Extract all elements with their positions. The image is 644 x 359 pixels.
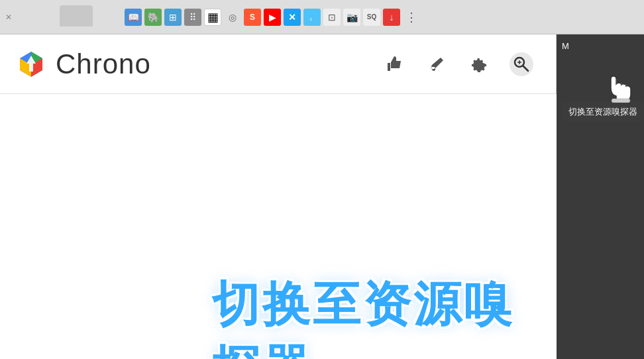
compass-extension-icon[interactable]: ◎ <box>224 9 241 26</box>
x-extension-icon[interactable]: ✕ <box>284 9 301 26</box>
camera-extension-icon[interactable]: 📷 <box>343 9 360 26</box>
right-panel-label: M <box>557 34 644 58</box>
scribd-extension-icon[interactable]: S <box>244 9 261 26</box>
settings-button[interactable] <box>467 52 491 76</box>
grid-extension-icon[interactable]: ⊞ <box>164 9 182 26</box>
like-button[interactable] <box>382 52 406 76</box>
sq-extension-icon[interactable]: SQ <box>363 9 380 26</box>
header-action-icons <box>382 52 533 76</box>
qr-extension-icon[interactable]: ▦ <box>204 9 221 26</box>
svg-line-6 <box>523 66 528 71</box>
more-extensions-icon[interactable]: ⋮ <box>403 9 420 26</box>
browser-tab[interactable] <box>60 5 93 26</box>
big-tooltip-text: 切换至资源嗅探器 <box>212 273 557 359</box>
camera-grid-extension-icon[interactable]: ⊡ <box>323 9 341 26</box>
app-title: Chrono <box>56 48 151 80</box>
brush-button[interactable] <box>425 52 449 76</box>
extension-popup-panel: Chrono <box>0 34 557 359</box>
apps-extension-icon[interactable]: ⠿ <box>184 9 201 26</box>
youtube-extension-icon[interactable]: ▶ <box>264 9 281 26</box>
tooltip-label: 切换至资源嗅探器 <box>562 103 644 121</box>
tab-close-icon[interactable]: ✕ <box>5 13 12 22</box>
water-extension-icon[interactable]: 💧 <box>303 9 321 26</box>
panel-header: Chrono <box>0 34 556 94</box>
download-extension-icon[interactable]: ↓ <box>383 9 400 26</box>
evernote-extension-icon[interactable]: 🐘 <box>144 9 162 26</box>
browser-toolbar: ✕ 📖 🐘 ⊞ ⠿ ▦ ◎ S ▶ ✕ 💧 ⊡ 📷 SQ ↓ ⋮ <box>0 0 644 34</box>
book-extension-icon[interactable]: 📖 <box>125 9 142 26</box>
chrono-logo-icon <box>16 49 46 79</box>
extension-icons-bar: 📖 🐘 ⊞ ⠿ ▦ ◎ S ▶ ✕ 💧 ⊡ 📷 SQ ↓ ⋮ <box>125 9 420 26</box>
main-content-area: 切换至资源嗅探器 <box>0 94 557 359</box>
resource-sniffer-toggle-button[interactable] <box>510 52 533 76</box>
